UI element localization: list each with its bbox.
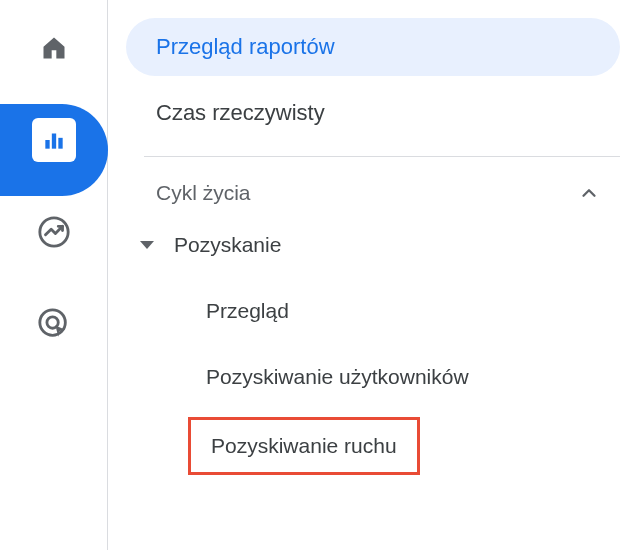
nav-icon-rail (0, 0, 108, 550)
sidebar-panel: Przegląd raportów Czas rzeczywisty Cykl … (108, 0, 630, 550)
section-label: Cykl życia (156, 181, 251, 205)
sidebar-reports-overview[interactable]: Przegląd raportów (126, 18, 620, 76)
sidebar-user-acquisition[interactable]: Pozyskiwanie użytkowników (126, 351, 620, 403)
sidebar-item-label: Przegląd (206, 299, 289, 323)
section-lifecycle[interactable]: Cykl życia (126, 181, 620, 205)
sidebar-overview[interactable]: Przegląd (126, 285, 620, 337)
nav-reports[interactable] (30, 116, 78, 164)
nav-home[interactable] (30, 24, 78, 72)
svg-rect-0 (45, 140, 49, 149)
target-click-icon (30, 300, 78, 348)
sidebar-item-label: Czas rzeczywisty (156, 100, 325, 126)
caret-down-icon (140, 241, 154, 249)
divider (144, 156, 620, 157)
nav-explore[interactable] (30, 208, 78, 256)
svg-rect-1 (51, 134, 55, 149)
nav-advertising[interactable] (30, 300, 78, 348)
home-icon (30, 24, 78, 72)
sidebar-item-label: Przegląd raportów (156, 34, 335, 60)
sidebar-item-label: Pozyskiwanie użytkowników (206, 365, 469, 389)
svg-rect-2 (58, 138, 62, 149)
sidebar-item-label: Pozyskanie (174, 233, 281, 257)
sidebar-realtime[interactable]: Czas rzeczywisty (126, 84, 620, 142)
svg-point-4 (39, 310, 65, 336)
trend-circle-icon (30, 208, 78, 256)
sidebar-acquisition[interactable]: Pozyskanie (126, 233, 620, 257)
chevron-up-icon (578, 182, 600, 204)
bar-chart-icon (32, 118, 76, 162)
sidebar-traffic-acquisition[interactable]: Pozyskiwanie ruchu (188, 417, 420, 475)
sidebar-item-label: Pozyskiwanie ruchu (211, 434, 397, 458)
